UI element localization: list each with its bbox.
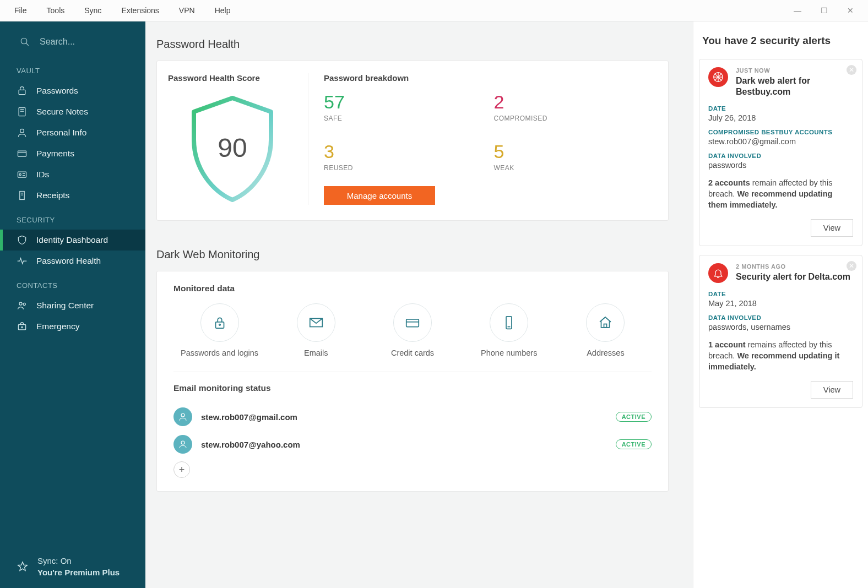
- svg-rect-29: [604, 324, 607, 328]
- svg-line-1: [26, 43, 29, 46]
- monitored-emails[interactable]: Emails: [270, 303, 362, 357]
- alert-time: 2 MONTHS AGO: [736, 263, 853, 270]
- email-status-label: Email monitoring status: [173, 383, 652, 393]
- lock-icon: [211, 314, 228, 331]
- sidebar-item-password-health[interactable]: Password Health: [0, 251, 145, 271]
- sidebar-item-identity-dashboard[interactable]: Identity Dashboard: [0, 230, 145, 251]
- avatar: [173, 407, 192, 426]
- sidebar-item-label: Emergency: [36, 322, 79, 331]
- card-icon: [404, 314, 421, 331]
- shield-icon: [17, 235, 28, 246]
- alert-field-value: passwords, usernames: [708, 323, 853, 331]
- alert-description: 2 accounts remain affected by this breac…: [708, 177, 853, 210]
- menu-sync[interactable]: Sync: [74, 1, 111, 20]
- svg-point-30: [181, 413, 185, 417]
- breakdown-reuse-count: 3: [324, 142, 483, 161]
- alert-web-icon: [708, 67, 728, 87]
- window-close-icon[interactable]: ✕: [843, 6, 858, 15]
- menu-file[interactable]: File: [4, 1, 37, 20]
- monitored-phones[interactable]: Phone numbers: [463, 303, 555, 357]
- window-controls: — ☐ ✕: [790, 6, 868, 15]
- monitored-col-label: Emails: [304, 349, 328, 357]
- sidebar-item-sharing-center[interactable]: Sharing Center: [0, 295, 145, 316]
- monitored-addresses[interactable]: Addresses: [560, 303, 652, 357]
- svg-point-6: [20, 129, 24, 133]
- monitored-col-label: Phone numbers: [481, 349, 537, 357]
- monitored-cards[interactable]: Credit cards: [366, 303, 458, 357]
- breakdown-weak-count: 5: [494, 142, 653, 161]
- sidebar: VAULT Passwords Secure Notes Personal In…: [0, 21, 145, 588]
- monitored-data-label: Monitored data: [173, 284, 652, 293]
- svg-rect-3: [19, 108, 25, 116]
- sidebar-item-payments[interactable]: Payments: [0, 143, 145, 164]
- search-input[interactable]: [40, 37, 134, 47]
- health-score-label: Password Health Score: [168, 73, 297, 83]
- breakdown-safe-label: SAFE: [324, 115, 483, 122]
- alert-time: JUST NOW: [736, 67, 853, 74]
- breakdown-safe: 57 SAFE: [324, 92, 483, 122]
- menu-vpn[interactable]: VPN: [169, 1, 205, 20]
- sidebar-item-passwords[interactable]: Passwords: [0, 80, 145, 101]
- menu-tools[interactable]: Tools: [37, 1, 75, 20]
- alert-title: Security alert for Delta.com: [736, 271, 853, 282]
- alert-bell-icon: [708, 263, 728, 283]
- window-maximize-icon[interactable]: ☐: [816, 6, 832, 15]
- darkweb-title: Dark Web Monitoring: [145, 232, 688, 271]
- receipt-icon: [17, 190, 28, 201]
- darkweb-card: Monitored data Passwords and logins Emai…: [156, 271, 669, 492]
- add-email-button[interactable]: +: [173, 461, 190, 478]
- menubar: File Tools Sync Extensions VPN Help — ☐ …: [0, 0, 868, 21]
- breakdown-reused: 3 REUSED: [324, 142, 483, 172]
- health-score-pane: Password Health Score 90: [157, 73, 308, 205]
- alert-view-button[interactable]: View: [811, 219, 853, 237]
- breakdown-comp-label: COMPROMISED: [494, 115, 653, 122]
- alert-field-value: stew.rob007@gmail.com: [708, 137, 853, 146]
- svg-point-31: [181, 441, 185, 444]
- sidebar-item-ids[interactable]: IDs: [0, 164, 145, 185]
- breakdown-label: Password breakdown: [324, 73, 653, 83]
- menubar-items: File Tools Sync Extensions VPN Help: [0, 1, 240, 20]
- alert-view-button[interactable]: View: [811, 381, 853, 399]
- breakdown-safe-count: 57: [324, 92, 483, 111]
- people-icon: [17, 300, 28, 311]
- gutter: [688, 21, 693, 588]
- id-icon: [17, 169, 28, 180]
- sync-status-text: Sync: On: [37, 555, 120, 567]
- sidebar-item-receipts[interactable]: Receipts: [0, 185, 145, 206]
- sidebar-item-secure-notes[interactable]: Secure Notes: [0, 101, 145, 122]
- sidebar-item-emergency[interactable]: Emergency: [0, 316, 145, 337]
- svg-rect-13: [20, 192, 24, 200]
- alert-description: 1 account remains affected by this breac…: [708, 339, 853, 372]
- menu-extensions[interactable]: Extensions: [111, 1, 169, 20]
- alert-field-label: DATA INVOLVED: [708, 153, 853, 159]
- sidebar-item-label: IDs: [36, 170, 49, 179]
- sidebar-footer: Sync: On You're Premium Plus: [0, 547, 145, 588]
- sidebar-section-security: SECURITY: [0, 206, 145, 230]
- sidebar-item-label: Personal Info: [36, 128, 86, 138]
- briefcase-plus-icon: [17, 321, 28, 332]
- svg-point-10: [19, 173, 21, 175]
- window-minimize-icon[interactable]: —: [790, 6, 805, 15]
- status-badge: ACTIVE: [616, 412, 652, 422]
- svg-point-0: [21, 38, 27, 44]
- plan-status-text: You're Premium Plus: [37, 567, 120, 578]
- monitored-passwords[interactable]: Passwords and logins: [173, 303, 265, 357]
- person-icon: [178, 439, 188, 449]
- sidebar-item-personal-info[interactable]: Personal Info: [0, 122, 145, 143]
- alert-close-button[interactable]: ✕: [847, 261, 856, 271]
- svg-rect-2: [19, 90, 25, 94]
- search-row: [0, 21, 145, 57]
- breakdown-pane: Password breakdown 57 SAFE 2 COMPROMISED…: [308, 73, 668, 205]
- email-address: stew.rob007@yahoo.com: [201, 440, 607, 449]
- alert-field-value: July 26, 2018: [708, 113, 853, 122]
- manage-accounts-button[interactable]: Manage accounts: [324, 186, 435, 205]
- menu-help[interactable]: Help: [205, 1, 241, 20]
- sidebar-item-label: Receipts: [36, 190, 69, 200]
- alert-close-button[interactable]: ✕: [847, 65, 856, 75]
- svg-point-23: [219, 324, 220, 326]
- person-icon: [178, 412, 188, 422]
- alert-field-label: DATA INVOLVED: [708, 314, 853, 321]
- password-health-title: Password Health: [145, 21, 688, 61]
- svg-rect-25: [406, 319, 419, 327]
- alert-field-label: DATE: [708, 291, 853, 297]
